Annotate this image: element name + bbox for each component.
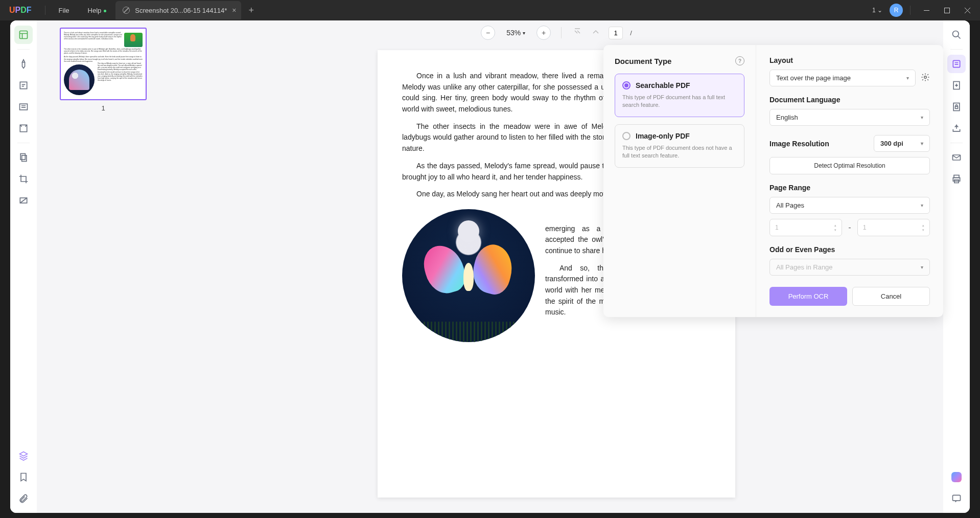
email-button[interactable] (947, 148, 966, 167)
range-from-input[interactable]: 1▴▾ (769, 219, 842, 236)
thumbnail-panel: Once in a lush and vibrant meadow, there… (37, 20, 170, 513)
image-only-pdf-option[interactable]: Image-only PDF This type of PDF document… (615, 124, 744, 168)
zoom-select[interactable]: 53% ▾ (502, 27, 529, 39)
resolution-select[interactable]: 300 dpi▾ (874, 135, 930, 152)
layers-tool[interactable] (14, 446, 33, 465)
search-button[interactable] (947, 26, 966, 44)
pages-tool[interactable] (14, 148, 33, 167)
export-button[interactable] (947, 76, 966, 95)
page-number-input[interactable] (609, 27, 623, 39)
tab-title: Screenshot 20...06-15 144114* (135, 7, 227, 14)
radio-icon (622, 132, 631, 140)
cancel-button[interactable]: Cancel (852, 287, 930, 306)
thumbnail-page-number: 1 (44, 104, 162, 112)
ocr-panel: Document Type? Searchable PDF This type … (603, 45, 943, 317)
document-toolbar: − 53% ▾ + / (170, 20, 943, 45)
share-button[interactable] (947, 119, 966, 138)
first-page-button[interactable] (572, 26, 583, 39)
page-range-heading: Page Range (769, 184, 810, 192)
left-toolbar (10, 20, 37, 513)
svg-rect-1 (20, 31, 28, 39)
document-type-heading: Document Type (615, 57, 671, 65)
user-avatar[interactable]: R (890, 4, 903, 17)
odd-even-heading: Odd or Even Pages (769, 245, 835, 254)
svg-rect-12 (955, 106, 958, 108)
page-thumbnail[interactable]: Once in a lush and vibrant meadow, there… (60, 28, 147, 100)
language-heading: Document Language (769, 96, 840, 104)
odd-even-select[interactable]: All Pages in Range▾ (769, 259, 930, 276)
tab-close-icon[interactable]: × (232, 6, 236, 14)
resolution-heading: Image Resolution (769, 140, 829, 148)
ai-button[interactable] (947, 468, 966, 486)
layout-heading: Layout (769, 56, 793, 64)
ocr-button[interactable] (947, 55, 966, 73)
right-toolbar (943, 20, 970, 513)
protect-button[interactable] (947, 98, 966, 116)
svg-rect-2 (20, 82, 27, 88)
range-to-input[interactable]: 1▴▾ (857, 219, 930, 236)
help-icon[interactable]: ? (735, 56, 744, 65)
ai-icon (951, 472, 962, 482)
svg-point-18 (924, 76, 927, 78)
bookmark-tool[interactable] (14, 468, 33, 486)
page-separator: / (630, 29, 632, 37)
maximize-button[interactable] (938, 3, 955, 17)
searchable-pdf-option[interactable]: Searchable PDF This type of PDF document… (615, 74, 744, 117)
svg-rect-6 (22, 155, 27, 162)
minimize-button[interactable] (918, 3, 935, 17)
attachment-tool[interactable] (14, 489, 33, 508)
document-tab[interactable]: Screenshot 20...06-15 144114* × (115, 1, 241, 19)
menu-file[interactable]: File (50, 7, 79, 14)
radio-icon (622, 81, 631, 89)
perform-ocr-button[interactable]: Perform OCR (769, 287, 847, 306)
redact-tool[interactable] (14, 191, 33, 210)
svg-rect-0 (944, 8, 949, 13)
svg-rect-17 (953, 495, 961, 501)
titlebar-page-indicator[interactable]: 1 ⌄ (868, 6, 886, 15)
organize-tool[interactable] (14, 119, 33, 138)
butterfly-illustration (402, 209, 535, 342)
detect-resolution-button[interactable]: Detect Optimal Resolution (769, 157, 930, 174)
highlight-tool[interactable] (14, 55, 33, 73)
crop-tool[interactable] (14, 170, 33, 188)
menu-help[interactable]: Help (79, 7, 111, 14)
print-button[interactable] (947, 170, 966, 188)
titlebar: UPDF File Help Screenshot 20...06-15 144… (0, 0, 980, 20)
svg-point-8 (953, 31, 959, 37)
app-logo: UPDF (0, 6, 41, 15)
gear-icon[interactable] (921, 73, 930, 84)
tab-doc-icon (123, 7, 130, 14)
svg-rect-5 (20, 154, 25, 160)
reader-tool[interactable] (14, 26, 33, 44)
page-range-select[interactable]: All Pages▾ (769, 197, 930, 214)
language-select[interactable]: English▾ (769, 109, 930, 126)
new-tab-button[interactable]: + (241, 5, 261, 16)
close-button[interactable] (959, 3, 976, 17)
comment-button[interactable] (947, 489, 966, 508)
zoom-out-button[interactable]: − (481, 26, 495, 40)
edit-tool[interactable] (14, 76, 33, 95)
layout-select[interactable]: Text over the page image▾ (769, 70, 916, 86)
form-tool[interactable] (14, 98, 33, 116)
zoom-in-button[interactable]: + (536, 26, 551, 40)
prev-page-button[interactable] (590, 26, 601, 39)
